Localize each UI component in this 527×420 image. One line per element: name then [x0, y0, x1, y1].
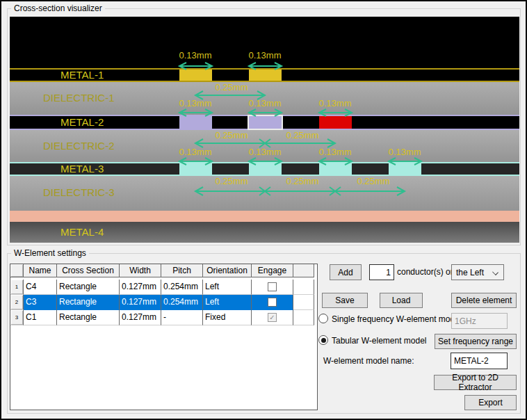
metal-2-label: METAL-2	[60, 116, 104, 129]
row-header-3[interactable]: 3	[10, 310, 24, 325]
cell-engage-3: ✓	[252, 310, 293, 325]
cross-section-canvas: METAL-1 DIELECTRIC-1 METAL-2 DIELECTRIC-…	[10, 17, 519, 243]
side-dropdown-value: the Left	[456, 268, 484, 277]
dim-metal3-width-3: 0.13mm	[316, 147, 354, 157]
column-header-cross-section[interactable]: Cross Section	[57, 264, 120, 277]
cell-name-2[interactable]: C3	[24, 295, 57, 310]
model-name-label: W-element model name:	[323, 355, 414, 366]
dim-dielectric2-pitch-1: 0.25mm	[213, 130, 250, 140]
row-header-2[interactable]: 2	[10, 295, 24, 310]
metal3-conductor-2[interactable]	[249, 163, 282, 175]
dim-metal1-width-1: 0.13mm	[177, 50, 214, 60]
metal3-conductor-4[interactable]	[389, 163, 421, 175]
conductors-on-label: conductor(s) on	[397, 264, 455, 280]
cell-engage-1	[252, 280, 293, 295]
conductor-table: Name Cross Section Width Pitch Orientati…	[10, 264, 318, 410]
cell-extra-2	[293, 295, 314, 310]
dim-metal3-width-4: 0.13mm	[386, 147, 423, 157]
engage-checkbox-3-checked-icon[interactable]: ✓	[268, 313, 277, 322]
tabular-model-label: Tabular W-element model	[332, 336, 427, 346]
chevron-down-icon	[492, 269, 498, 275]
export-to-2d-extractor-button[interactable]: Export to 2D Extractor	[434, 375, 517, 390]
single-frequency-label: Single frequency W-element model	[332, 314, 462, 324]
export-button[interactable]: Export	[464, 395, 517, 410]
dim-metal2-width-1: 0.13mm	[177, 98, 214, 108]
cell-cross-section-1[interactable]: Rectangle	[57, 280, 120, 295]
dielectric-2-label: DIELECTRIC-2	[43, 140, 115, 152]
column-header-orientation[interactable]: Orientation	[203, 264, 252, 277]
set-frequency-range-button[interactable]: Set frequency range	[435, 334, 517, 349]
cell-orientation-3[interactable]: Fixed	[203, 310, 252, 325]
engage-checkbox-1[interactable]	[268, 282, 277, 291]
conductor-count-input[interactable]	[369, 264, 394, 280]
engage-checkbox-2[interactable]	[268, 298, 277, 307]
tabular-model-radio[interactable]	[318, 335, 328, 345]
cell-cross-section-3[interactable]: Rectangle	[57, 310, 120, 325]
column-header-pitch[interactable]: Pitch	[161, 264, 203, 277]
cell-pitch-3[interactable]: -	[161, 310, 203, 325]
dim-dielectric3-pitch-3: 0.25mm	[355, 176, 392, 186]
dim-metal2-width-3: 0.13mm	[316, 98, 354, 108]
cell-name-3[interactable]: C1	[24, 310, 57, 325]
metal2-conductor-1[interactable]	[179, 116, 212, 129]
column-header-engage[interactable]: Engage	[252, 264, 293, 277]
dim-dielectric2-pitch-2: 0.25mm	[284, 130, 321, 140]
metal3-conductor-1[interactable]	[179, 163, 212, 175]
cell-extra-1	[293, 280, 314, 295]
dim-metal1-width-2: 0.13mm	[246, 50, 284, 60]
metal1-conductor-2[interactable]	[249, 70, 282, 81]
radio-dot	[321, 338, 326, 343]
load-button[interactable]: Load	[380, 293, 423, 308]
dim-metal2-width-2: 0.13mm	[246, 98, 284, 108]
delete-element-button[interactable]: Delete element	[451, 293, 517, 308]
row-header-1[interactable]: 1	[10, 280, 24, 295]
layer-substrate	[10, 211, 519, 222]
cell-width-2[interactable]: 0.127mm	[120, 295, 161, 310]
cell-width-3[interactable]: 0.127mm	[120, 310, 161, 325]
add-button[interactable]: Add	[330, 264, 362, 280]
dim-dielectric3-pitch-1: 0.25mm	[213, 176, 250, 186]
cell-width-1[interactable]: 0.127mm	[120, 280, 161, 295]
visualizer-title: Cross-section visualizer	[11, 3, 105, 13]
cell-name-1[interactable]: C4	[24, 280, 57, 295]
dim-metal3-width-2: 0.13mm	[246, 147, 284, 157]
settings-title: W-Element settings	[11, 248, 89, 258]
model-name-input[interactable]	[451, 353, 508, 369]
save-button[interactable]: Save	[322, 293, 368, 308]
dim-dielectric3-pitch-2: 0.25mm	[284, 176, 321, 186]
side-dropdown[interactable]: the Left	[451, 264, 504, 280]
dim-metal3-width-1: 0.13mm	[177, 147, 214, 157]
column-header-rownum	[10, 264, 24, 277]
cell-pitch-1[interactable]: 0.254mm	[161, 280, 203, 295]
cell-cross-section-2[interactable]: Rectangle	[57, 295, 120, 310]
cell-extra-3	[293, 310, 314, 325]
cell-pitch-2[interactable]: 0.254mm	[161, 295, 203, 310]
column-header-extra	[293, 264, 314, 277]
column-header-width[interactable]: Width	[120, 264, 161, 277]
metal2-conductor-3-engaged[interactable]	[319, 116, 352, 129]
metal-1-label: METAL-1	[60, 69, 104, 81]
cell-orientation-1[interactable]: Left	[203, 280, 252, 295]
metal-4-label: METAL-4	[60, 226, 104, 239]
metal2-conductor-2-selected[interactable]	[248, 115, 283, 130]
dielectric-1-label: DIELECTRIC-1	[43, 92, 115, 104]
dielectric-3-label: DIELECTRIC-3	[43, 186, 115, 199]
frequency-value-input[interactable]	[451, 313, 508, 329]
cell-orientation-2[interactable]: Left	[203, 295, 252, 310]
metal1-conductor-1[interactable]	[179, 70, 212, 81]
single-frequency-radio[interactable]	[318, 314, 328, 323]
app-window: Cross-section visualizer METAL-1 DIELECT…	[0, 0, 527, 420]
dim-dielectric1-pitch-1: 0.25mm	[213, 82, 250, 92]
metal-3-label: METAL-3	[60, 163, 104, 175]
column-header-name[interactable]: Name	[24, 264, 57, 277]
metal3-conductor-3[interactable]	[319, 163, 352, 175]
cell-engage-2	[252, 295, 293, 310]
